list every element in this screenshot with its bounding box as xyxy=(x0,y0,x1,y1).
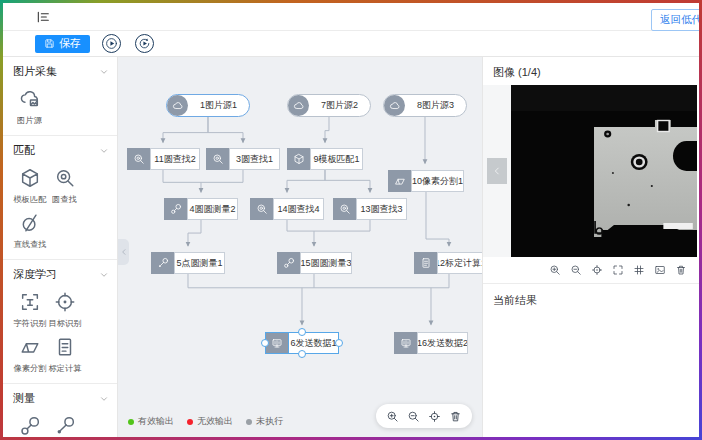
point-circle-measure-icon xyxy=(151,252,174,274)
circle-find-icon xyxy=(127,148,150,170)
node-handle[interactable] xyxy=(298,328,306,336)
status-legend: 有效输出 无效输出 未执行 xyxy=(128,415,283,428)
cloud-image-icon xyxy=(19,88,41,110)
sidebar-collapse-handle[interactable] xyxy=(118,239,129,265)
node-handle[interactable] xyxy=(335,339,343,347)
section-title: 深度学习 xyxy=(13,267,57,282)
flow-node-circle-find-2[interactable]: 11圆查找2 xyxy=(127,148,200,170)
step-run-icon xyxy=(138,37,151,50)
camera-image[interactable] xyxy=(511,85,697,257)
flow-node-template-match-1[interactable]: 9模板匹配1 xyxy=(287,148,363,170)
image-viewer-toolbar xyxy=(483,257,699,284)
image-panel-title: 图像 (1/4) xyxy=(483,57,699,85)
main-area: 图片采集 图片源 匹配 模板匹配 xyxy=(3,57,699,437)
zoom-in-button[interactable] xyxy=(548,264,561,277)
sidebar-item-line-find[interactable]: 直线查找 xyxy=(13,212,46,251)
screenshot-frame: 返回低代 保存 图片采集 图片源 xyxy=(0,0,702,440)
sidebar-item-pixel-segment[interactable]: 像素分割 xyxy=(13,336,46,375)
locate-button[interactable] xyxy=(590,264,603,277)
flow-canvas[interactable]: 1图片源1 7图片源2 8图片源3 11圆查找2 3圆查找1 9模板匹配1 xyxy=(118,57,482,437)
sidebar-item-target-detect[interactable]: 目标识别 xyxy=(48,291,81,330)
sidebar-item-point-circle-measure[interactable]: 点圆测量 xyxy=(48,415,81,437)
flow-node-point-circle-measure-1[interactable]: 5点圆测量1 xyxy=(151,252,225,274)
line-find-icon xyxy=(19,212,41,234)
green-dot xyxy=(128,419,134,425)
toolbar: 保存 xyxy=(3,31,699,57)
sidebar-item-template-match[interactable]: 模板匹配 xyxy=(13,167,46,206)
template-match-icon xyxy=(19,167,41,189)
send-data-icon xyxy=(394,332,417,354)
right-panel: 图像 (1/4) xyxy=(482,57,699,437)
template-match-icon xyxy=(287,148,310,170)
flow-node-circle-circle-measure-2[interactable]: 4圆圆测量2 xyxy=(164,198,238,220)
flow-node-image-source-2[interactable]: 7图片源2 xyxy=(287,94,371,117)
circle-find-icon xyxy=(206,148,229,170)
flow-node-pixel-segment-1[interactable]: 10像素分割1 xyxy=(388,170,464,192)
pixel-segment-icon xyxy=(19,336,41,358)
cloud-icon xyxy=(167,95,188,116)
calibration-icon xyxy=(414,252,437,274)
chevron-down-icon[interactable] xyxy=(99,270,109,280)
back-to-lowcode-button[interactable]: 返回低代 xyxy=(651,9,699,31)
sidebar-section-deep-learning: 深度学习 字符识别 目标识别 像素分割 xyxy=(3,260,117,384)
sidebar-item-image-source[interactable]: 图片源 xyxy=(13,88,46,127)
locate-button[interactable] xyxy=(428,409,442,423)
header-bar: 返回低代 xyxy=(3,3,699,31)
delete-image-button[interactable] xyxy=(674,264,687,277)
circle-circle-measure-icon xyxy=(277,252,300,274)
circle-find-icon xyxy=(333,198,356,220)
section-title: 测量 xyxy=(13,391,35,406)
circle-circle-measure-icon xyxy=(164,198,187,220)
prev-image-button[interactable] xyxy=(487,158,507,184)
image-viewer xyxy=(483,85,697,257)
chevron-down-icon[interactable] xyxy=(99,394,109,404)
sidebar: 图片采集 图片源 匹配 模板匹配 xyxy=(3,57,118,437)
gray-dot xyxy=(246,419,252,425)
save-button[interactable]: 保存 xyxy=(35,35,90,53)
point-circle-measure-icon xyxy=(54,415,76,437)
node-handle[interactable] xyxy=(261,339,269,347)
section-title: 图片采集 xyxy=(13,64,57,79)
flow-node-image-source-3[interactable]: 8图片源3 xyxy=(383,94,467,117)
flow-node-circle-circle-measure-3[interactable]: 15圆圆测量3 xyxy=(277,252,352,274)
sidebar-item-ocr[interactable]: 字符识别 xyxy=(13,291,46,330)
sidebar-section-image-capture: 图片采集 图片源 xyxy=(3,57,117,136)
sidebar-item-calibration[interactable]: 标定计算 xyxy=(48,336,81,375)
grid-button[interactable] xyxy=(632,264,645,277)
sidebar-item-circle-find[interactable]: 圆查找 xyxy=(48,167,81,206)
legend-not-executed: 未执行 xyxy=(246,415,283,428)
pixel-segment-icon xyxy=(388,170,411,192)
red-dot xyxy=(187,419,193,425)
run-button[interactable] xyxy=(102,34,121,53)
play-icon xyxy=(105,37,118,50)
calibration-icon xyxy=(54,336,76,358)
legend-invalid-output: 无效输出 xyxy=(187,415,233,428)
circle-circle-measure-icon xyxy=(19,415,41,437)
flow-node-circle-find-3[interactable]: 13圆查找3 xyxy=(333,198,407,220)
node-handle[interactable] xyxy=(298,350,306,358)
cloud-icon xyxy=(288,95,309,116)
fullscreen-button[interactable] xyxy=(611,264,624,277)
sidebar-item-circle-circle-measure[interactable]: 圆圆测量 xyxy=(13,415,46,437)
chevron-down-icon[interactable] xyxy=(99,146,109,156)
flow-node-send-data-2[interactable]: 16发送数据2 xyxy=(394,332,468,354)
chevron-down-icon[interactable] xyxy=(99,67,109,77)
circle-find-icon xyxy=(250,198,273,220)
zoom-in-button[interactable] xyxy=(386,409,400,423)
flow-node-calibration-1[interactable]: 12标定计算1 xyxy=(414,252,482,274)
save-icon xyxy=(44,38,55,49)
flow-node-send-data-1[interactable]: 6发送数据1 xyxy=(265,332,339,354)
flow-node-circle-find-4[interactable]: 14圆查找4 xyxy=(250,198,324,220)
zoom-out-button[interactable] xyxy=(407,409,421,423)
chevron-left-icon xyxy=(492,166,502,176)
app-window: 返回低代 保存 图片采集 图片源 xyxy=(3,3,699,437)
flow-node-image-source-1[interactable]: 1图片源1 xyxy=(166,94,250,117)
zoom-out-button[interactable] xyxy=(569,264,582,277)
delete-button[interactable] xyxy=(449,409,463,423)
step-run-button[interactable] xyxy=(135,34,154,53)
image-compare-button[interactable] xyxy=(653,264,666,277)
menu-icon[interactable] xyxy=(35,9,51,25)
flow-node-circle-find-1[interactable]: 3圆查找1 xyxy=(206,148,280,170)
cloud-icon xyxy=(384,95,405,116)
legend-valid-output: 有效输出 xyxy=(128,415,174,428)
